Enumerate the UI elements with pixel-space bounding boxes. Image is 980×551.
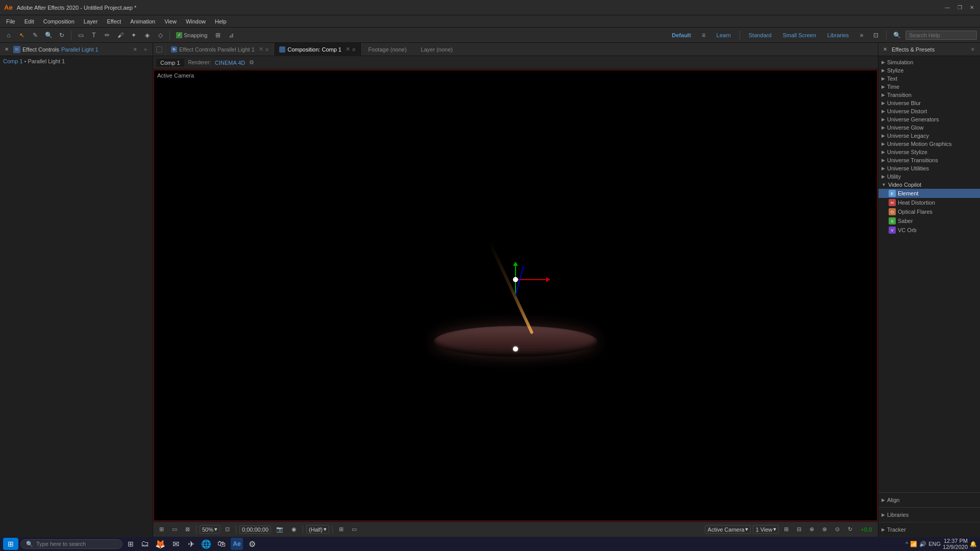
- toolbar-stamp[interactable]: ✦: [128, 30, 139, 41]
- menu-effect[interactable]: Effect: [103, 17, 125, 26]
- category-simulation[interactable]: ▶ Simulation: [878, 58, 980, 66]
- toolbar-eraser[interactable]: ◈: [141, 30, 153, 41]
- toolbar-search[interactable]: 🔍: [43, 30, 54, 41]
- color-picker[interactable]: ◉: [288, 525, 300, 533]
- start-button[interactable]: ⊞: [3, 538, 18, 550]
- workspace-default[interactable]: Default: [668, 31, 695, 39]
- menu-animation[interactable]: Animation: [126, 17, 159, 26]
- category-time[interactable]: ▶ Time: [878, 83, 980, 91]
- menu-view[interactable]: View: [160, 17, 181, 26]
- effect-vc-orb[interactable]: V VC Orb: [878, 226, 980, 235]
- tracker-header[interactable]: ▶ Tracker: [881, 525, 977, 534]
- toolbar-mask[interactable]: ⊿: [226, 30, 237, 41]
- effect-heat-distortion[interactable]: H Heat Distortion: [878, 198, 980, 207]
- task-view-btn[interactable]: ⊞: [125, 538, 137, 550]
- ec-tab-close[interactable]: ✕: [259, 46, 263, 53]
- vc-btn2[interactable]: ⊟: [794, 525, 804, 533]
- taskbar-telegram[interactable]: ✈: [185, 538, 197, 550]
- tray-expand[interactable]: ^: [905, 541, 908, 547]
- maximize-button[interactable]: ❐: [955, 4, 964, 12]
- vc-btn6[interactable]: ↻: [845, 525, 855, 533]
- snapping-toggle[interactable]: ✓ Snapping: [174, 32, 210, 39]
- pixel-aspect[interactable]: ▭: [349, 525, 360, 533]
- toolbar-home[interactable]: ⌂: [3, 30, 14, 41]
- category-utility[interactable]: ▶ Utility: [878, 172, 980, 181]
- workspace-menu[interactable]: ≡: [698, 30, 709, 41]
- vc-btn5[interactable]: ⊙: [832, 525, 843, 533]
- taskbar-mail[interactable]: ✉: [169, 538, 182, 550]
- comp-tab-close[interactable]: ✕: [346, 46, 350, 53]
- search-input[interactable]: [905, 31, 977, 40]
- workspace-learn[interactable]: Learn: [713, 31, 735, 39]
- workspace-expand[interactable]: »: [856, 30, 867, 41]
- viewer[interactable]: Active Camera: [153, 69, 878, 521]
- ec-tab-menu[interactable]: ≡: [265, 46, 268, 53]
- tray-clock[interactable]: 12:37 PM 12/9/2020: [943, 538, 968, 550]
- vc-btn4[interactable]: ⊗: [819, 525, 830, 533]
- tray-volume[interactable]: 🔊: [919, 541, 926, 547]
- fit-to-frame[interactable]: ⊡: [222, 525, 233, 533]
- tab-layer[interactable]: Layer (none): [414, 43, 460, 56]
- vc-grid[interactable]: ⊠: [182, 525, 193, 533]
- vc-btn3[interactable]: ⊕: [806, 525, 817, 533]
- category-universe-motion-graphics[interactable]: ▶ Universe Motion Graphics: [878, 140, 980, 148]
- quality-dropdown[interactable]: (Half) ▾: [306, 525, 329, 534]
- category-text[interactable]: ▶ Text: [878, 74, 980, 83]
- effect-saber[interactable]: S Saber: [878, 216, 980, 226]
- vc-btn1[interactable]: ⊞: [781, 525, 792, 533]
- category-universe-utilities[interactable]: ▶ Universe Utilities: [878, 164, 980, 172]
- toolbar-puppet[interactable]: ◇: [155, 30, 166, 41]
- timecode-display[interactable]: 0;00;00;00: [239, 525, 271, 534]
- workspace-standard[interactable]: Standard: [745, 31, 776, 39]
- toolbar-pen[interactable]: ✎: [30, 30, 41, 41]
- toolbar-text[interactable]: T: [88, 30, 100, 41]
- taskbar-explorer[interactable]: 🗂: [139, 538, 151, 550]
- renderer-value[interactable]: CINEMA 4D: [215, 60, 245, 66]
- snapshot-btn[interactable]: 📷: [273, 525, 286, 533]
- tray-notifications[interactable]: 🔔: [970, 541, 977, 547]
- menu-layer[interactable]: Layer: [80, 17, 102, 26]
- category-universe-stylize[interactable]: ▶ Universe Stylize: [878, 148, 980, 156]
- menu-window[interactable]: Window: [182, 17, 210, 26]
- category-universe-blur[interactable]: ▶ Universe Blur: [878, 99, 980, 107]
- timecode-plus[interactable]: +0.0: [857, 526, 875, 533]
- menu-edit[interactable]: Edit: [20, 17, 38, 26]
- panel-close-x[interactable]: ✕: [3, 46, 10, 53]
- workspace-libraries[interactable]: Libraries: [823, 31, 853, 39]
- align-header[interactable]: ▶ Align: [881, 496, 977, 504]
- libraries-header[interactable]: ▶ Libraries: [881, 511, 977, 519]
- tab-footage[interactable]: Footage (none): [361, 43, 413, 56]
- taskbar-search[interactable]: 🔍 Type here to search: [20, 539, 122, 549]
- category-universe-legacy[interactable]: ▶ Universe Legacy: [878, 132, 980, 140]
- taskbar-edge[interactable]: 🌐: [200, 538, 212, 550]
- effects-panel-close[interactable]: ✕: [881, 46, 889, 53]
- minimize-button[interactable]: —: [943, 4, 951, 12]
- taskbar-icon8[interactable]: ⚙: [246, 538, 258, 550]
- toolbar-rect[interactable]: ▭: [75, 30, 86, 41]
- toolbar-paint[interactable]: 🖌: [115, 30, 126, 41]
- toolbar-rotate[interactable]: ↻: [56, 30, 67, 41]
- camera-dropdown[interactable]: Active Camera ▾: [705, 525, 751, 534]
- tray-network[interactable]: 📶: [910, 541, 917, 547]
- effect-element[interactable]: E Element: [878, 189, 980, 198]
- breadcrumb-layer[interactable]: Parallel Light 1: [28, 58, 65, 64]
- category-video-copilot[interactable]: ▼ Video Copilot: [878, 181, 980, 189]
- category-universe-distort[interactable]: ▶ Universe Distort: [878, 107, 980, 115]
- taskbar-store[interactable]: 🛍: [215, 538, 228, 550]
- breadcrumb-comp[interactable]: Comp 1: [3, 58, 23, 64]
- viewer-comp-tab[interactable]: Comp 1: [156, 59, 184, 67]
- view-dropdown[interactable]: 1 View ▾: [753, 525, 779, 534]
- renderer-settings[interactable]: ⚙: [249, 59, 254, 66]
- category-universe-generators[interactable]: ▶ Universe Generators: [878, 115, 980, 123]
- menu-composition[interactable]: Composition: [39, 17, 79, 26]
- category-universe-transitions[interactable]: ▶ Universe Transitions: [878, 156, 980, 164]
- effect-optical-flares[interactable]: O Optical Flares: [878, 207, 980, 216]
- taskbar-ae[interactable]: Ae: [231, 538, 243, 550]
- category-transition[interactable]: ▶ Transition: [878, 91, 980, 99]
- toolbar-select[interactable]: ↖: [16, 30, 28, 41]
- menu-help[interactable]: Help: [211, 17, 231, 26]
- effects-panel-menu[interactable]: ≡: [969, 45, 977, 54]
- vc-filmstrip[interactable]: ⊞: [156, 525, 167, 533]
- menu-file[interactable]: File: [2, 17, 19, 26]
- transparency-toggle[interactable]: ⊞: [336, 525, 347, 533]
